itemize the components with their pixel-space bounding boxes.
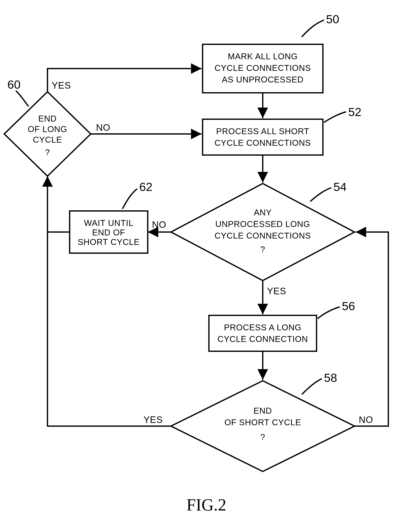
node-60-line1: END (38, 114, 57, 123)
node-54-line1: ANY (254, 208, 272, 217)
ref-leader-52 (324, 112, 346, 122)
svg-rect-5 (209, 315, 317, 351)
node-56-line1: PROCESS A LONG (224, 323, 301, 332)
ref-58: 58 (324, 371, 337, 384)
ref-leader-50 (302, 20, 324, 37)
edge-60-yes-label: YES (52, 80, 71, 91)
node-52-line2: CYCLE CONNECTIONS (214, 138, 311, 147)
node-62-line1: WAIT UNTIL (84, 218, 133, 228)
node-58-line1: END (253, 406, 272, 415)
svg-marker-4 (4, 92, 91, 176)
node-58-line2: OF SHORT CYCLE (224, 418, 301, 427)
node-50-line3: AS UNPROCESSED (222, 75, 303, 84)
node-50: MARK ALL LONG CYCLE CONNECTIONS AS UNPRO… (202, 44, 323, 93)
ref-62: 62 (139, 180, 152, 193)
edge-58-60 (48, 233, 171, 426)
node-62: WAIT UNTIL END OF SHORT CYCLE (70, 211, 148, 253)
edge-60-no-label: NO (96, 122, 110, 133)
node-62-line2: END OF (92, 228, 125, 237)
node-50-line1: MARK ALL LONG (228, 52, 298, 61)
node-60-line4: ? (45, 148, 50, 157)
edge-58-no-label: NO (359, 415, 373, 425)
node-58: END OF SHORT CYCLE ? (171, 381, 355, 471)
svg-rect-1 (202, 119, 323, 155)
node-56: PROCESS A LONG CYCLE CONNECTION (209, 315, 317, 351)
ref-leader-54 (310, 188, 331, 201)
ref-54: 54 (333, 180, 346, 193)
ref-56: 56 (342, 299, 355, 313)
edge-54-no-label: NO (152, 219, 166, 230)
ref-leader-60 (16, 91, 29, 106)
node-56-line2: CYCLE CONNECTION (217, 334, 308, 344)
ref-50: 50 (326, 12, 339, 26)
node-54-line2: UNPROCESSED LONG (215, 219, 310, 229)
edge-62-60 (48, 176, 70, 232)
node-60: END OF LONG CYCLE ? (4, 92, 91, 176)
figure-label: FIG.2 (187, 495, 226, 514)
ref-leader-58 (302, 379, 322, 394)
node-54: ANY UNPROCESSED LONG CYCLE CONNECTIONS ? (171, 183, 355, 281)
node-54-line3: CYCLE CONNECTIONS (214, 231, 311, 240)
node-52: PROCESS ALL SHORT CYCLE CONNECTIONS (202, 119, 323, 155)
flowchart: MARK ALL LONG CYCLE CONNECTIONS AS UNPRO… (0, 0, 413, 532)
ref-leader-56 (318, 307, 340, 319)
node-52-line1: PROCESS ALL SHORT (216, 127, 309, 136)
node-60-line2: OF LONG (28, 124, 67, 134)
edge-54-yes-label: YES (267, 286, 286, 296)
node-60-line3: CYCLE (33, 135, 62, 144)
ref-leader-62 (122, 189, 137, 209)
ref-60: 60 (7, 78, 20, 91)
node-62-line3: SHORT CYCLE (78, 237, 140, 247)
ref-52: 52 (348, 105, 361, 119)
edge-58-54 (355, 232, 388, 426)
node-54-line4: ? (260, 245, 265, 254)
node-58-line3: ? (260, 432, 265, 442)
edge-58-yes-label: YES (144, 415, 163, 425)
node-50-line2: CYCLE CONNECTIONS (214, 63, 311, 73)
